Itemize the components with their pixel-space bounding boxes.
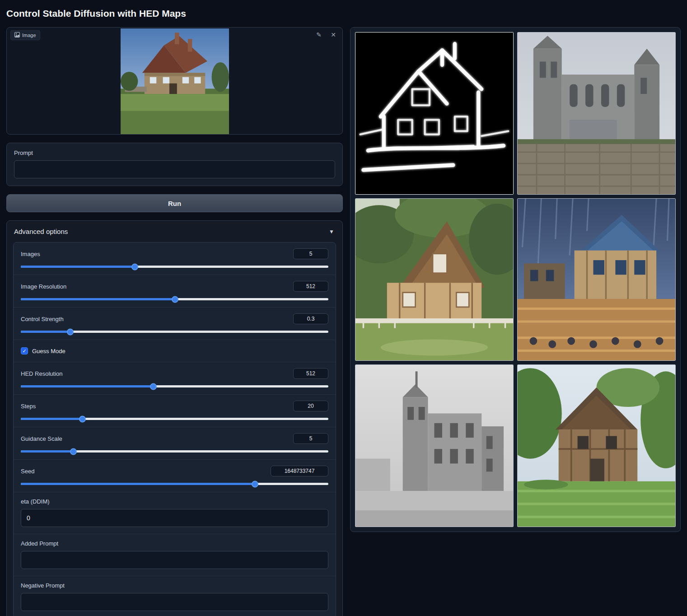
prompt-label: Prompt xyxy=(14,149,335,156)
seed-slider[interactable] xyxy=(21,483,328,485)
negative-prompt-label: Negative Prompt xyxy=(21,582,328,589)
slider-label: Images xyxy=(21,251,40,257)
guidance-scale-value-input[interactable] xyxy=(293,433,328,444)
control-strength-slider[interactable] xyxy=(21,331,328,333)
guidance-scale-slider[interactable] xyxy=(21,450,328,453)
slider-label: Control Strength xyxy=(21,316,64,322)
image-resolution-value-input[interactable] xyxy=(293,281,328,292)
prompt-block: Prompt xyxy=(6,143,343,186)
run-button[interactable]: Run xyxy=(6,194,343,212)
left-column: Image ✎ ✕ xyxy=(6,27,343,616)
slider-handle[interactable] xyxy=(67,328,74,335)
steps-value-input[interactable] xyxy=(293,401,328,411)
page-title: Control Stable Diffusion with HED Maps xyxy=(6,8,681,19)
slider-label: Image Resolution xyxy=(21,283,66,290)
added-prompt-label: Added Prompt xyxy=(21,540,328,547)
guess-mode-label: Guess Mode xyxy=(32,348,65,355)
app-container: Image ✎ ✕ xyxy=(6,27,681,616)
uploaded-house-photo[interactable] xyxy=(121,28,229,134)
added-prompt-input[interactable] xyxy=(21,551,328,569)
gallery-item-castle[interactable] xyxy=(517,32,676,195)
hed-resolution-slider[interactable] xyxy=(21,385,328,387)
image-input-label: Image xyxy=(10,30,40,40)
slider-label: Seed xyxy=(21,468,34,475)
slider-handle[interactable] xyxy=(172,296,178,303)
slider-handle[interactable] xyxy=(252,481,258,487)
image-actions: ✎ ✕ xyxy=(314,30,338,39)
image-input-label-text: Image xyxy=(22,33,36,38)
gallery-item-hed-map[interactable] xyxy=(355,32,514,195)
control-strength-value-input[interactable] xyxy=(293,313,328,324)
negative-prompt-row: Negative Prompt xyxy=(14,576,336,616)
image-icon xyxy=(14,32,20,38)
slider-handle[interactable] xyxy=(70,448,77,455)
added-prompt-row: Added Prompt xyxy=(14,534,336,576)
hed-resolution-value-input[interactable] xyxy=(293,368,328,379)
advanced-options-panel: Images Image Resolution xyxy=(13,242,336,616)
slider-row-hed-resolution: HED Resolution xyxy=(14,362,336,395)
eta-input[interactable] xyxy=(21,509,328,527)
images-value-input[interactable] xyxy=(293,248,328,259)
gallery-item-timber-house[interactable] xyxy=(517,364,676,527)
steps-slider[interactable] xyxy=(21,418,328,420)
image-resolution-slider[interactable] xyxy=(21,298,328,300)
slider-handle[interactable] xyxy=(150,383,157,390)
slider-row-control-strength: Control Strength xyxy=(14,308,336,340)
slider-row-images: Images xyxy=(14,243,336,275)
slider-handle[interactable] xyxy=(79,415,86,422)
slider-label: Steps xyxy=(21,403,36,410)
clear-image-icon[interactable]: ✕ xyxy=(329,30,338,39)
eta-row: eta (DDIM) xyxy=(14,492,336,534)
edit-image-icon[interactable]: ✎ xyxy=(314,30,323,39)
advanced-options-accordion[interactable]: Advanced options ▼ xyxy=(7,221,342,241)
slider-row-guidance-scale: Guidance Scale xyxy=(14,427,336,460)
slider-row-steps: Steps xyxy=(14,395,336,427)
guess-mode-row: ✓ Guess Mode xyxy=(14,340,336,362)
images-slider[interactable] xyxy=(21,266,328,268)
advanced-options-block: Advanced options ▼ Images xyxy=(6,220,343,616)
gallery-grid xyxy=(350,27,681,532)
gallery-item-grayscale-building[interactable] xyxy=(355,364,514,527)
seed-value-input[interactable] xyxy=(271,466,328,476)
advanced-options-title: Advanced options xyxy=(14,228,68,235)
gallery-item-rainy-house[interactable] xyxy=(517,198,676,361)
prompt-input[interactable] xyxy=(14,160,335,178)
guess-mode-checkbox[interactable]: ✓ xyxy=(21,347,28,355)
output-gallery xyxy=(350,27,681,532)
chevron-down-icon[interactable]: ▼ xyxy=(329,229,334,235)
slider-handle[interactable] xyxy=(131,263,138,270)
gallery-item-painted-cottage[interactable] xyxy=(355,198,514,361)
slider-label: HED Resolution xyxy=(21,370,63,377)
eta-label: eta (DDIM) xyxy=(21,498,328,505)
slider-row-image-resolution: Image Resolution xyxy=(14,275,336,308)
image-input-block[interactable]: Image ✎ ✕ xyxy=(6,27,343,135)
slider-label: Guidance Scale xyxy=(21,435,62,442)
slider-row-seed: Seed xyxy=(14,460,336,492)
negative-prompt-input[interactable] xyxy=(21,593,328,611)
